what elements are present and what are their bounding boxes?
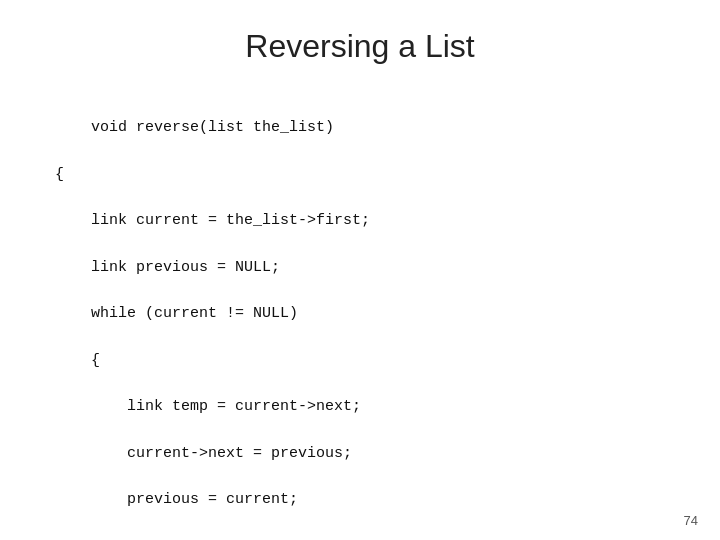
- code-line-6: {: [55, 352, 100, 369]
- slide: Reversing a List void reverse(list the_l…: [0, 0, 720, 540]
- page-number: 74: [684, 513, 698, 528]
- code-line-3: link current = the_list->first;: [55, 212, 370, 229]
- code-line-9: previous = current;: [55, 491, 298, 508]
- code-block: void reverse(list the_list) { link curre…: [55, 93, 370, 540]
- code-line-7: link temp = current->next;: [55, 398, 361, 415]
- code-line-5: while (current != NULL): [55, 305, 298, 322]
- code-line-2: {: [55, 166, 64, 183]
- code-line-8: current->next = previous;: [55, 445, 352, 462]
- code-line-4: link previous = NULL;: [55, 259, 280, 276]
- code-line-1: void reverse(list the_list): [91, 119, 334, 136]
- slide-title: Reversing a List: [245, 28, 474, 65]
